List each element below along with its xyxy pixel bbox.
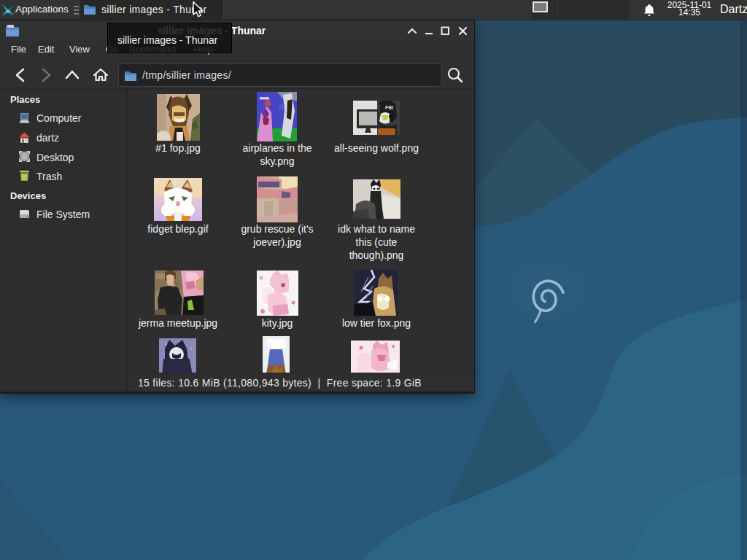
svg-text:FBI: FBI	[385, 105, 393, 110]
